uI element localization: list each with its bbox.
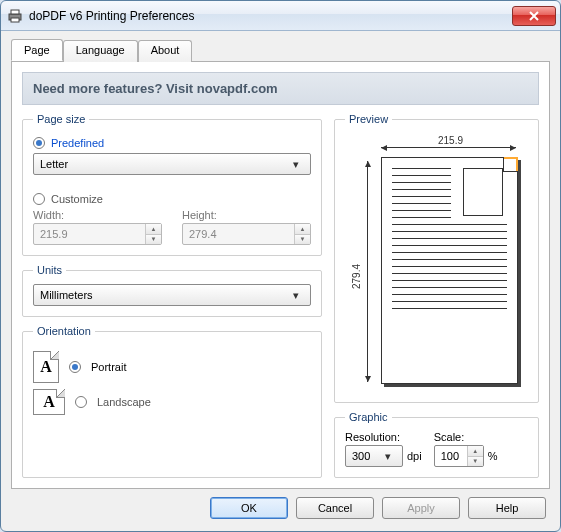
tab-about-label: About <box>151 44 180 56</box>
text-lines-icon <box>392 168 507 373</box>
svg-rect-2 <box>11 18 19 22</box>
width-input: 215.9 ▲▼ <box>33 223 162 245</box>
ok-button[interactable]: OK <box>210 497 288 519</box>
portrait-icon: A <box>33 351 59 383</box>
tab-about[interactable]: About <box>138 40 193 62</box>
chevron-down-icon: ▾ <box>288 289 304 302</box>
promo-banner[interactable]: Need more features? Visit novapdf.com <box>22 72 539 105</box>
preset-select[interactable]: Letter ▾ <box>33 153 311 175</box>
percent-label: % <box>488 450 498 462</box>
page-size-legend: Page size <box>33 113 89 125</box>
width-value: 215.9 <box>40 228 68 240</box>
portrait-radio[interactable] <box>69 361 81 373</box>
chevron-down-icon: ▾ <box>380 450 396 463</box>
tab-language-label: Language <box>76 44 125 56</box>
tabstrip: Page Language About <box>11 40 550 62</box>
titlebar: doPDF v6 Printing Preferences <box>1 1 560 31</box>
scale-input[interactable]: 100 ▲▼ <box>434 445 484 467</box>
preset-value: Letter <box>40 158 68 170</box>
height-label: Height: <box>182 209 311 221</box>
portrait-label: Portrait <box>91 361 126 373</box>
scale-value: 100 <box>441 450 459 462</box>
window-title: doPDF v6 Printing Preferences <box>29 9 512 23</box>
scale-spinner[interactable]: ▲▼ <box>467 446 483 466</box>
dialog-window: doPDF v6 Printing Preferences Page Langu… <box>0 0 561 532</box>
preview-width-dim: 215.9 <box>385 135 516 146</box>
units-group: Units Millimeters ▾ <box>22 264 322 317</box>
preview-group: Preview 215.9 279.4 <box>334 113 539 403</box>
height-spinner: ▲▼ <box>294 224 310 244</box>
resolution-value: 300 <box>352 450 370 462</box>
printer-icon <box>7 8 23 24</box>
portrait-row[interactable]: A Portrait <box>33 351 311 383</box>
predefined-radio-row[interactable]: Predefined <box>33 137 311 149</box>
cancel-label: Cancel <box>318 502 352 514</box>
paper-icon <box>381 157 518 384</box>
tab-panel: Need more features? Visit novapdf.com Pa… <box>11 61 550 489</box>
units-value: Millimeters <box>40 289 93 301</box>
preview-height-dim: 279.4 <box>351 173 362 380</box>
width-spinner: ▲▼ <box>145 224 161 244</box>
landscape-label: Landscape <box>97 396 151 408</box>
orientation-group: Orientation A Portrait A Landscape <box>22 325 322 478</box>
tab-language[interactable]: Language <box>63 40 138 62</box>
preview-legend: Preview <box>345 113 392 125</box>
help-label: Help <box>496 502 519 514</box>
graphic-legend: Graphic <box>345 411 392 423</box>
button-bar: OK Cancel Apply Help <box>11 489 550 521</box>
customize-radio-row[interactable]: Customize <box>33 193 311 205</box>
page-size-group: Page size Predefined Letter ▾ Custom <box>22 113 322 256</box>
apply-button: Apply <box>382 497 460 519</box>
customize-label: Customize <box>51 193 103 205</box>
width-label: Width: <box>33 209 162 221</box>
arrow-vertical-icon <box>367 161 368 382</box>
help-button[interactable]: Help <box>468 497 546 519</box>
landscape-radio[interactable] <box>75 396 87 408</box>
graphic-group: Graphic Resolution: 300 ▾ dpi <box>334 411 539 478</box>
scale-label: Scale: <box>434 431 498 443</box>
height-value: 279.4 <box>189 228 217 240</box>
units-select[interactable]: Millimeters ▾ <box>33 284 311 306</box>
resolution-label: Resolution: <box>345 431 422 443</box>
preview-canvas: 215.9 279.4 <box>345 133 528 392</box>
landscape-row[interactable]: A Landscape <box>33 389 311 415</box>
tab-page-label: Page <box>24 44 50 56</box>
tab-page[interactable]: Page <box>11 39 63 61</box>
predefined-radio[interactable] <box>33 137 45 149</box>
units-legend: Units <box>33 264 66 276</box>
dpi-label: dpi <box>407 450 422 462</box>
predefined-label: Predefined <box>51 137 104 149</box>
orientation-legend: Orientation <box>33 325 95 337</box>
resolution-select[interactable]: 300 ▾ <box>345 445 403 467</box>
ok-label: OK <box>241 502 257 514</box>
arrow-horizontal-icon <box>381 147 516 148</box>
landscape-icon: A <box>33 389 65 415</box>
close-button[interactable] <box>512 6 556 26</box>
client-area: Page Language About Need more features? … <box>1 31 560 531</box>
apply-label: Apply <box>407 502 435 514</box>
cancel-button[interactable]: Cancel <box>296 497 374 519</box>
svg-rect-1 <box>11 10 19 14</box>
customize-radio[interactable] <box>33 193 45 205</box>
height-input: 279.4 ▲▼ <box>182 223 311 245</box>
chevron-down-icon: ▾ <box>288 158 304 171</box>
